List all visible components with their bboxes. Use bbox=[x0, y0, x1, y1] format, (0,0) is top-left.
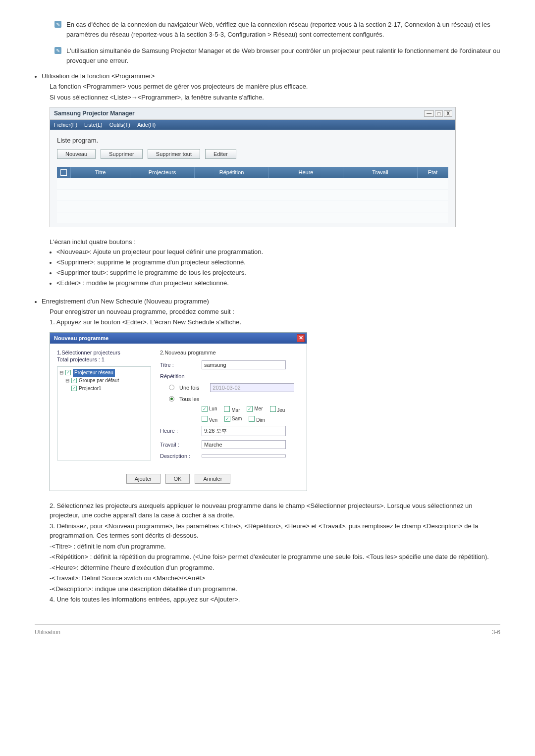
select-travail[interactable]: Marche bbox=[202, 440, 286, 449]
window-title: Samsung Projector Manager bbox=[54, 110, 135, 117]
col-etat: Etat bbox=[418, 167, 448, 178]
bullet-icon bbox=[50, 283, 52, 285]
close-icon[interactable]: X bbox=[444, 110, 452, 117]
section1-p1: La fonction <Programmer> vous permet de … bbox=[50, 82, 500, 92]
bullet-icon bbox=[50, 252, 52, 253]
radio-tous-les[interactable] bbox=[169, 396, 174, 402]
menu-bar: Fichier(F) Liste(L) Outils(T) Aide(H) bbox=[50, 120, 455, 130]
input-date-disabled: 2010-03-02 bbox=[210, 383, 294, 392]
label-description: Description : bbox=[160, 453, 199, 459]
input-titre[interactable]: samsung bbox=[202, 360, 286, 369]
figure-projector-manager: Samsung Projector Manager — □ X Fichier(… bbox=[50, 107, 456, 227]
chk-mar[interactable] bbox=[224, 406, 230, 412]
note-2: ✎ L'utilisation simultanée de Samsung Pr… bbox=[54, 46, 500, 65]
note-text: L'utilisation simultanée de Samsung Proj… bbox=[66, 46, 500, 65]
menu-fichier[interactable]: Fichier(F) bbox=[54, 122, 77, 128]
radio-tous-les-label: Tous les bbox=[179, 396, 199, 402]
col-travail: Travail bbox=[343, 167, 418, 178]
tree-item-group[interactable]: Groupe par défaut bbox=[79, 377, 119, 385]
list-program-label: Liste program. bbox=[57, 137, 448, 144]
col-titre: Titre bbox=[71, 167, 130, 178]
nouveau-button[interactable]: Nouveau bbox=[57, 149, 96, 159]
select-projectors-header: 1.Sélectionner projecteurs bbox=[57, 350, 151, 355]
figure-nouveau-programme: Nouveau programme ✕ 1.Sélectionner proje… bbox=[50, 332, 307, 491]
info-icon: ✎ bbox=[54, 47, 61, 54]
after1-item: <Editer> : modifie le programme d'un pro… bbox=[50, 279, 500, 287]
after1-item3: <Editer> : modifie le programme d'un pro… bbox=[56, 279, 229, 287]
chk-lun[interactable]: ✓ bbox=[202, 406, 208, 412]
table-header: Titre Projecteurs Répétition Heure Trava… bbox=[57, 167, 448, 178]
col-heure: Heure bbox=[269, 167, 343, 178]
dialog-title-bar: Nouveau programme ✕ bbox=[50, 333, 307, 344]
section2-p1: Pour enregistrer un nouveau programme, p… bbox=[50, 307, 500, 317]
after2-p3: 3. Définissez, pour <Nouveau programme>,… bbox=[50, 521, 500, 541]
footer-right: 3-6 bbox=[492, 629, 500, 636]
section1-title: Utilisation de la fonction <Programmer> bbox=[42, 72, 155, 80]
supprimer-tout-button[interactable]: Supprimer tout bbox=[148, 149, 200, 159]
label-heure: Heure : bbox=[160, 428, 199, 434]
table-body-empty bbox=[57, 178, 448, 223]
input-heure[interactable]: 9:26 오후 bbox=[202, 426, 286, 436]
bullet-icon bbox=[50, 262, 52, 264]
after1-lead: L'écran inclut quatre boutons : bbox=[50, 237, 500, 247]
note-1: ✎ En cas d'échec de la connexion du navi… bbox=[54, 20, 500, 39]
after2-p4: 4. Une fois toutes les informations entr… bbox=[50, 595, 500, 605]
close-icon[interactable]: ✕ bbox=[297, 334, 305, 342]
editer-button[interactable]: Editer bbox=[205, 149, 236, 159]
menu-liste[interactable]: Liste(L) bbox=[84, 122, 103, 128]
maximize-icon[interactable]: □ bbox=[435, 110, 443, 117]
section2-heading-row: Enregistrement d'un New Schedule (Nouvea… bbox=[35, 298, 500, 305]
label-repetition: Répétition bbox=[160, 373, 199, 379]
note-text: En cas d'échec de la connexion du naviga… bbox=[66, 20, 500, 39]
chk-ven[interactable] bbox=[202, 416, 208, 422]
label-titre: Titre : bbox=[160, 362, 199, 368]
after2-ddesc: -<Description>: indique une description … bbox=[50, 584, 500, 594]
menu-aide[interactable]: Aide(H) bbox=[137, 122, 156, 128]
after2-dtrav: -<Travail>: Définit Source switch ou <Ma… bbox=[50, 573, 500, 583]
minimize-icon[interactable]: — bbox=[424, 110, 434, 117]
chk-jeu[interactable] bbox=[270, 406, 276, 412]
col-repetition: Répétition bbox=[195, 167, 269, 178]
bullet-icon bbox=[50, 272, 52, 274]
menu-outils[interactable]: Outils(T) bbox=[109, 122, 130, 128]
dialog-title: Nouveau programme bbox=[54, 335, 108, 341]
window-title-bar: Samsung Projector Manager — □ X bbox=[50, 107, 455, 120]
radio-une-fois-label: Une fois bbox=[179, 385, 199, 391]
section2-title: Enregistrement d'un New Schedule (Nouvea… bbox=[42, 298, 209, 305]
label-travail: Travail : bbox=[160, 442, 199, 448]
section1-p2: Si vous sélectionnez <Liste>→<Programmer… bbox=[50, 93, 500, 102]
ajouter-button[interactable]: Ajouter bbox=[126, 474, 160, 484]
footer-left: Utilisation bbox=[35, 629, 60, 636]
after1-item: <Nouveau>: Ajoute un projecteur pour leq… bbox=[50, 248, 500, 255]
after1-item0: <Nouveau>: Ajoute un projecteur pour leq… bbox=[56, 248, 263, 255]
new-program-header: 2.Nouveau programme bbox=[160, 350, 300, 355]
bullet-icon bbox=[35, 76, 37, 78]
projector-tree[interactable]: ⊟✓Projecteur réseau ⊟✓Groupe par défaut … bbox=[57, 366, 151, 460]
chk-mer[interactable]: ✓ bbox=[247, 406, 253, 412]
annuler-button[interactable]: Annuler bbox=[195, 474, 230, 484]
after2-dheure: -<Heure>: détermine l'heure d'exécution … bbox=[50, 563, 500, 573]
radio-une-fois[interactable] bbox=[169, 385, 174, 390]
chk-dim[interactable] bbox=[249, 416, 255, 422]
info-icon: ✎ bbox=[54, 21, 61, 28]
chk-sam[interactable]: ✓ bbox=[224, 416, 230, 422]
after2-dtitre: -<Titre> : définit le nom d'un programme… bbox=[50, 542, 500, 552]
input-description[interactable] bbox=[202, 454, 286, 457]
tree-item-network[interactable]: Projecteur réseau bbox=[73, 369, 115, 377]
after2-p2: 2. Sélectionnez les projecteurs auxquels… bbox=[50, 501, 500, 520]
after1-item2: <Supprimer tout>: supprime le programme … bbox=[56, 269, 246, 276]
header-checkbox[interactable] bbox=[57, 167, 71, 178]
after1-item1: <Supprimer>: supprime le programme d'un … bbox=[56, 258, 246, 266]
section2-p2: 1. Appuyez sur le bouton <Editer>. L'écr… bbox=[50, 317, 500, 327]
after1-item: <Supprimer tout>: supprime le programme … bbox=[50, 269, 500, 276]
section-heading-row: Utilisation de la fonction <Programmer> bbox=[35, 72, 500, 80]
total-projectors-label: Total projecteurs : 1 bbox=[57, 356, 151, 362]
page-footer: Utilisation 3-6 bbox=[35, 624, 500, 636]
bullet-icon bbox=[35, 301, 37, 303]
supprimer-button[interactable]: Supprimer bbox=[101, 149, 143, 159]
tree-item-projector1[interactable]: Projector1 bbox=[79, 385, 102, 393]
after2-drep: -<Répétition> : définit la répétition du… bbox=[50, 552, 500, 562]
col-projecteurs: Projecteurs bbox=[130, 167, 195, 178]
after1-item: <Supprimer>: supprime le programme d'un … bbox=[50, 258, 500, 266]
ok-button[interactable]: OK bbox=[165, 474, 190, 484]
